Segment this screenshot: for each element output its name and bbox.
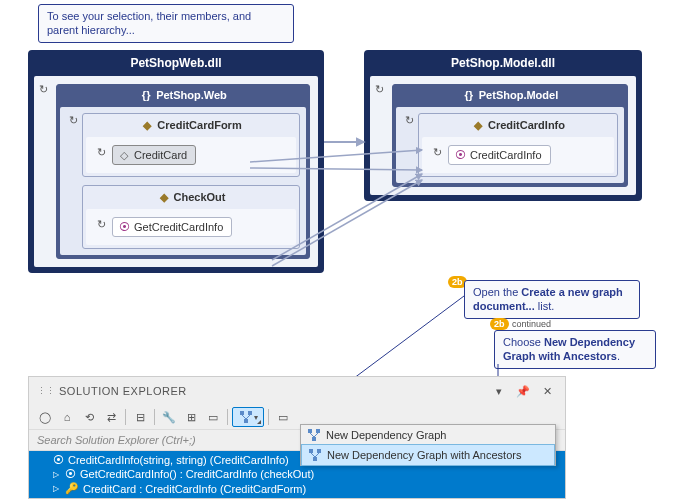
tree-item-getcreditcardinfo[interactable]: ▷ ⦿ GetCreditCardInfo() : CreditCardInfo… bbox=[29, 467, 565, 481]
refresh-icon: ↻ bbox=[94, 217, 108, 231]
member-label: GetCreditCardInfo bbox=[134, 221, 223, 233]
class-node-checkout[interactable]: ◆CheckOut ↻ ⦿ GetCreditCardInfo bbox=[82, 185, 300, 249]
svg-rect-16 bbox=[317, 449, 321, 453]
class-title: ◆CreditCardForm bbox=[83, 114, 299, 137]
continued-label: continued bbox=[512, 319, 551, 329]
callout-choose-ancestors: Choose New Dependency Graph with Ancesto… bbox=[494, 330, 656, 369]
svg-line-14 bbox=[314, 433, 318, 437]
view-button[interactable]: ▭ bbox=[273, 407, 293, 427]
class-node-creditcardinfo[interactable]: ◆CreditCardInfo ↻ ⦿ CreditCardInfo bbox=[418, 113, 618, 177]
dll-title: PetShop.Model.dll bbox=[366, 52, 640, 76]
method-icon: ⦿ bbox=[53, 454, 64, 466]
menu-item-new-dependency-graph[interactable]: New Dependency Graph bbox=[301, 425, 555, 445]
svg-line-8 bbox=[242, 415, 246, 419]
method-icon: ⦿ bbox=[453, 148, 467, 162]
namespace-title: {}PetShop.Model bbox=[393, 85, 627, 107]
tree-item-creditcard[interactable]: ▷ 🔑 CreditCard : CreditCardInfo (CreditC… bbox=[29, 481, 565, 496]
menu-item-new-dependency-graph-ancestors[interactable]: New Dependency Graph with Ancestors bbox=[301, 444, 555, 466]
dropdown-icon[interactable]: ▾ bbox=[489, 381, 509, 401]
graph-icon bbox=[307, 428, 321, 442]
panel-title-text: SOLUTION EXPLORER bbox=[59, 385, 485, 397]
refresh-icon: ↻ bbox=[66, 113, 80, 127]
svg-rect-6 bbox=[248, 411, 252, 415]
namespace-node-petshop-web[interactable]: {}PetShop.Web ↻ ◆CreditCardForm ↻ ◇ bbox=[56, 84, 310, 259]
show-all-button[interactable]: ⊞ bbox=[181, 407, 201, 427]
expand-icon[interactable]: ▷ bbox=[53, 484, 61, 493]
member-creditcard[interactable]: ◇ CreditCard bbox=[112, 145, 196, 165]
member-label: CreditCard bbox=[134, 149, 187, 161]
hint-tooltip: To see your selection, their members, an… bbox=[38, 4, 294, 43]
step-badge-2b-continued: 2b bbox=[490, 318, 509, 330]
expand-icon[interactable]: ▷ bbox=[53, 470, 61, 479]
dll-node-petshopweb[interactable]: PetShopWeb.dll ↻ {}PetShop.Web ↻ ◆Credit… bbox=[28, 50, 324, 273]
svg-rect-12 bbox=[312, 437, 316, 441]
class-icon: ◆ bbox=[157, 190, 171, 204]
refresh-icon: ↻ bbox=[36, 82, 50, 96]
refresh-button[interactable]: ⇄ bbox=[101, 407, 121, 427]
refresh-icon: ↻ bbox=[372, 82, 386, 96]
svg-rect-7 bbox=[244, 419, 248, 423]
field-icon: ◇ bbox=[117, 148, 131, 162]
class-icon: ◆ bbox=[471, 118, 485, 132]
svg-line-19 bbox=[315, 453, 319, 457]
sync-button[interactable]: ⟲ bbox=[79, 407, 99, 427]
member-label: CreditCardInfo bbox=[470, 149, 542, 161]
callout-open-graph-list: Open the Create a new graph document... … bbox=[464, 280, 640, 319]
refresh-icon: ↻ bbox=[430, 145, 444, 159]
svg-rect-15 bbox=[309, 449, 313, 453]
graph-icon bbox=[308, 448, 322, 462]
svg-line-13 bbox=[310, 433, 314, 437]
new-graph-menu: New Dependency Graph New Dependency Grap… bbox=[300, 424, 556, 466]
class-icon: ◆ bbox=[140, 118, 154, 132]
svg-rect-11 bbox=[316, 429, 320, 433]
method-icon: ⦿ bbox=[117, 220, 131, 234]
properties-button[interactable]: 🔧 bbox=[159, 407, 179, 427]
svg-rect-5 bbox=[240, 411, 244, 415]
new-graph-dropdown-button[interactable]: ▾ bbox=[232, 407, 264, 427]
svg-line-18 bbox=[311, 453, 315, 457]
field-icon: 🔑 bbox=[65, 482, 79, 495]
preview-button[interactable]: ▭ bbox=[203, 407, 223, 427]
back-button[interactable]: ◯ bbox=[35, 407, 55, 427]
class-title: ◆CheckOut bbox=[83, 186, 299, 209]
method-icon: ⦿ bbox=[65, 468, 76, 480]
home-button[interactable]: ⌂ bbox=[57, 407, 77, 427]
dll-node-petshop-model[interactable]: PetShop.Model.dll ↻ {}PetShop.Model ↻ ◆C… bbox=[364, 50, 642, 201]
refresh-icon: ↻ bbox=[402, 113, 416, 127]
svg-line-9 bbox=[246, 415, 250, 419]
class-title: ◆CreditCardInfo bbox=[419, 114, 617, 137]
svg-rect-10 bbox=[308, 429, 312, 433]
namespace-title: {}PetShop.Web bbox=[57, 85, 309, 107]
collapse-button[interactable]: ⊟ bbox=[130, 407, 150, 427]
pin-icon[interactable]: 📌 bbox=[513, 381, 533, 401]
refresh-icon: ↻ bbox=[94, 145, 108, 159]
member-getcreditcardinfo[interactable]: ⦿ GetCreditCardInfo bbox=[112, 217, 232, 237]
namespace-node-petshop-model[interactable]: {}PetShop.Model ↻ ◆CreditCardInfo ↻ bbox=[392, 84, 628, 187]
dll-title: PetShopWeb.dll bbox=[30, 52, 322, 76]
class-node-creditcardform[interactable]: ◆CreditCardForm ↻ ◇ CreditCard bbox=[82, 113, 300, 177]
namespace-icon: {} bbox=[462, 88, 476, 102]
close-icon[interactable]: ✕ bbox=[537, 381, 557, 401]
panel-titlebar[interactable]: ⋮⋮ SOLUTION EXPLORER ▾ 📌 ✕ bbox=[29, 377, 565, 405]
member-creditcardinfo[interactable]: ⦿ CreditCardInfo bbox=[448, 145, 551, 165]
svg-rect-17 bbox=[313, 457, 317, 461]
namespace-icon: {} bbox=[139, 88, 153, 102]
